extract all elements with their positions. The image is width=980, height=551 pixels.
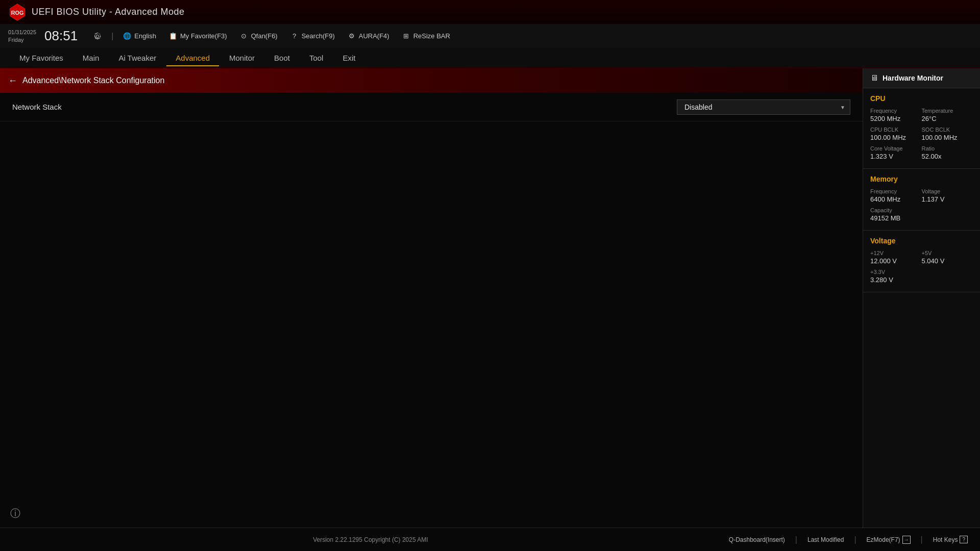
tab-tool[interactable]: Tool xyxy=(300,51,333,66)
network-stack-row: Network Stack Disabled Enabled xyxy=(0,93,863,121)
footer-actions: Q-Dashboard(Insert) | Last Modified | Ez… xyxy=(729,535,968,544)
hw-v33: +3.3V 3.280 V xyxy=(870,269,973,284)
toolbar-search[interactable]: ? Search(F9) xyxy=(285,30,340,43)
hw-v12-value: 12.000 V xyxy=(870,257,922,265)
hardware-monitor-panel: 🖥 Hardware Monitor CPU Frequency 5200 MH… xyxy=(863,68,980,528)
toolbar-settings[interactable] xyxy=(88,30,107,43)
hw-core-voltage: Core Voltage 1.323 V xyxy=(870,145,922,160)
hw-voltage-title: Voltage xyxy=(870,237,973,245)
footer-version: Version 2.22.1295 Copyright (C) 2025 AMI xyxy=(313,536,428,543)
hw-cpu-temperature-label: Temperature xyxy=(922,108,973,114)
hw-v33-value: 3.280 V xyxy=(870,276,973,284)
hotkeys-icon: ? xyxy=(960,536,968,543)
hw-soc-bclk-value: 100.00 MHz xyxy=(922,134,973,141)
toolbar-aura[interactable]: ⚙ AURA(F4) xyxy=(342,30,395,43)
hw-mem-frequency-label: Frequency xyxy=(870,188,922,194)
main-layout: ← Advanced\Network Stack Configuration N… xyxy=(0,68,980,528)
toolbar-english[interactable]: 🌐 English xyxy=(117,30,161,43)
hw-cpu-temperature-value: 26°C xyxy=(922,115,973,122)
header-bar: ROG UEFI BIOS Utility - Advanced Mode xyxy=(0,0,980,24)
monitor-icon: 🖥 xyxy=(870,73,878,83)
ezmode-icon: → xyxy=(902,536,911,544)
toolbar-myfavorite[interactable]: 📋 My Favorite(F3) xyxy=(163,30,232,43)
content-area: ← Advanced\Network Stack Configuration N… xyxy=(0,68,863,528)
toolbar-sep-1: | xyxy=(111,32,113,41)
toolbar-time: 08:51 xyxy=(44,28,78,44)
hw-mem-frequency-value: 6400 MHz xyxy=(870,195,922,203)
toolbar-qfan[interactable]: ⊙ Qfan(F6) xyxy=(234,30,283,43)
network-stack-select[interactable]: Disabled Enabled xyxy=(677,99,850,115)
resizebar-icon: ⊞ xyxy=(402,32,411,41)
hw-voltage-section: Voltage +12V 12.000 V +5V 5.040 V +3.3V … xyxy=(863,231,980,292)
footer-hotkeys[interactable]: Hot Keys ? xyxy=(933,536,968,543)
hw-mem-capacity: Capacity 49152 MB xyxy=(870,207,973,222)
tab-ai-tweaker[interactable]: Ai Tweaker xyxy=(109,51,165,66)
tab-advanced[interactable]: Advanced xyxy=(166,51,219,66)
toolbar: 01/31/2025 Friday 08:51 | 🌐 English 📋 My… xyxy=(0,24,980,48)
hw-v33-label: +3.3V xyxy=(870,269,973,275)
hw-cpu-section: CPU Frequency 5200 MHz Temperature 26°C … xyxy=(863,88,980,169)
footer-ezmode[interactable]: EzMode(F7) → xyxy=(867,536,911,544)
toolbar-date-time: 01/31/2025 Friday xyxy=(8,29,42,43)
hw-v33-row: +3.3V 3.280 V xyxy=(870,269,973,284)
hw-memory-section: Memory Frequency 6400 MHz Voltage 1.137 … xyxy=(863,169,980,231)
hw-mem-freq-volt-row: Frequency 6400 MHz Voltage 1.137 V xyxy=(870,188,973,203)
tab-main[interactable]: Main xyxy=(74,51,109,66)
hw-v5-label: +5V xyxy=(922,250,973,256)
hw-cpu-bclk-label: CPU BCLK xyxy=(870,127,922,133)
network-stack-label: Network Stack xyxy=(12,103,677,111)
search-icon: ? xyxy=(290,32,299,41)
hw-cpu-bclk-value: 100.00 MHz xyxy=(870,134,922,141)
hw-cpu-voltage-ratio-row: Core Voltage 1.323 V Ratio 52.00x xyxy=(870,145,973,160)
hw-mem-capacity-row: Capacity 49152 MB xyxy=(870,207,973,222)
toolbar-resizebar[interactable]: ⊞ ReSize BAR xyxy=(397,30,455,43)
svg-text:ROG: ROG xyxy=(11,10,24,16)
fan-icon: ⊙ xyxy=(239,32,249,41)
hw-mem-voltage-label: Voltage xyxy=(922,188,973,194)
hw-cpu-bclk-row: CPU BCLK 100.00 MHz SOC BCLK 100.00 MHz xyxy=(870,127,973,141)
hw-monitor-title: Hardware Monitor xyxy=(883,74,943,82)
hw-mem-capacity-value: 49152 MB xyxy=(870,214,973,222)
favorite-icon: 📋 xyxy=(168,32,178,41)
hw-ratio-value: 52.00x xyxy=(922,153,973,160)
hw-v12-label: +12V xyxy=(870,250,922,256)
footer-last-modified[interactable]: Last Modified xyxy=(807,536,844,543)
gear-icon xyxy=(93,32,102,41)
language-icon: 🌐 xyxy=(122,32,132,41)
hw-cpu-temperature: Temperature 26°C xyxy=(922,108,973,122)
hw-soc-bclk-label: SOC BCLK xyxy=(922,127,973,133)
footer-sep-3: | xyxy=(921,535,923,544)
tab-boot[interactable]: Boot xyxy=(265,51,299,66)
tab-exit[interactable]: Exit xyxy=(333,51,364,66)
footer-qdashboard[interactable]: Q-Dashboard(Insert) xyxy=(729,536,785,543)
tab-my-favorites[interactable]: My Favorites xyxy=(10,51,72,66)
rog-logo-icon: ROG xyxy=(8,3,27,21)
info-icon[interactable]: ⓘ xyxy=(10,507,20,520)
breadcrumb-back-button[interactable]: ← xyxy=(8,76,17,86)
tab-monitor[interactable]: Monitor xyxy=(220,51,264,66)
hw-cpu-frequency-value: 5200 MHz xyxy=(870,115,922,122)
toolbar-date: 01/31/2025 Friday xyxy=(8,29,36,43)
hw-ratio: Ratio 52.00x xyxy=(922,145,973,160)
hw-cpu-frequency: Frequency 5200 MHz xyxy=(870,108,922,122)
hw-mem-capacity-label: Capacity xyxy=(870,207,973,213)
hw-soc-bclk: SOC BCLK 100.00 MHz xyxy=(922,127,973,141)
hw-memory-title: Memory xyxy=(870,175,973,183)
breadcrumb-path: Advanced\Network Stack Configuration xyxy=(22,76,164,85)
footer-sep-2: | xyxy=(854,535,856,544)
hw-cpu-frequency-label: Frequency xyxy=(870,108,922,114)
hw-ratio-label: Ratio xyxy=(922,145,973,152)
hw-cpu-title: CPU xyxy=(870,94,973,103)
hw-core-voltage-value: 1.323 V xyxy=(870,153,922,160)
header-logo: ROG UEFI BIOS Utility - Advanced Mode xyxy=(8,3,185,21)
hw-mem-voltage-value: 1.137 V xyxy=(922,195,973,203)
settings-list: Network Stack Disabled Enabled xyxy=(0,93,863,528)
hw-monitor-header: 🖥 Hardware Monitor xyxy=(863,68,980,88)
hw-cpu-freq-temp-row: Frequency 5200 MHz Temperature 26°C xyxy=(870,108,973,122)
hw-mem-voltage: Voltage 1.137 V xyxy=(922,188,973,203)
hw-v12-v5-row: +12V 12.000 V +5V 5.040 V xyxy=(870,250,973,265)
hw-v12: +12V 12.000 V xyxy=(870,250,922,265)
network-stack-select-wrapper: Disabled Enabled xyxy=(677,99,850,115)
hw-mem-frequency: Frequency 6400 MHz xyxy=(870,188,922,203)
nav-tabs: My Favorites Main Ai Tweaker Advanced Mo… xyxy=(0,48,980,68)
